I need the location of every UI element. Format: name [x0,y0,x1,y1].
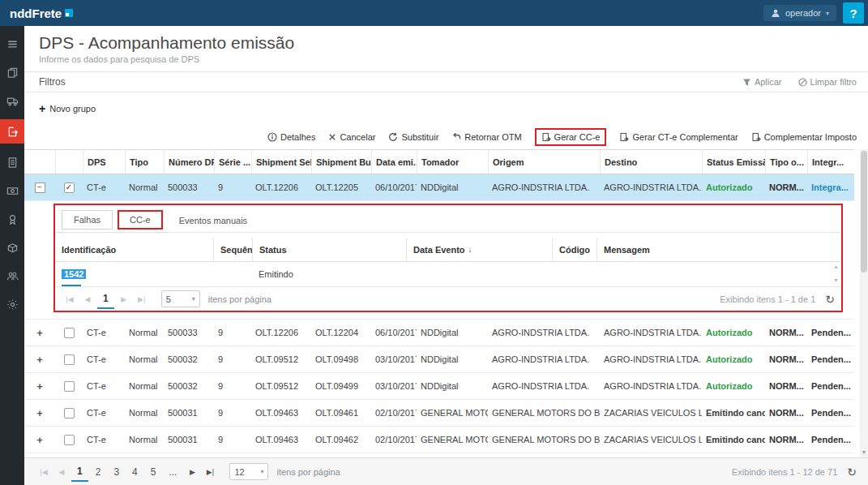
substituir-button[interactable]: Substituir [388,132,438,142]
pager-next-button[interactable]: ▶ [184,468,200,476]
detalhes-button[interactable]: Detalhes [267,132,315,142]
column-header-numero-dps[interactable]: Número DPS [164,150,214,174]
row-expand-button[interactable]: + [24,346,55,372]
row-expand-button[interactable]: + [24,427,55,453]
pager-first-button[interactable]: |◀ [62,295,78,303]
gerar-cte-complementar-button[interactable]: Gerar CT-e Complementar [619,132,738,142]
sidebar-item-dps-emission[interactable] [0,119,24,144]
tab-cce[interactable]: CC-e [118,210,163,230]
cell-status-emissao: Autorizado [702,346,765,372]
column-header-status-emissao[interactable]: Status Emissão [702,150,765,174]
pager-page-5[interactable]: 5 [145,463,162,481]
new-group-button[interactable]: + Novo grupo [24,92,868,125]
pager-first-button[interactable]: |◀ [36,468,52,476]
sidebar-item-settings[interactable] [0,294,24,314]
column-header-integr[interactable]: Integr... [807,150,854,174]
detalhes-label: Detalhes [280,132,315,142]
column-header-codigo[interactable]: Código [552,238,596,261]
column-header-tipo-o[interactable]: Tipo o... [765,150,807,174]
column-header-serie[interactable]: Série ... [214,150,251,174]
sidebar-item-transport[interactable] [0,91,24,110]
sidebar-item-shipping[interactable] [0,238,24,257]
column-header-origem[interactable]: Origem [488,150,600,174]
table-row[interactable]: + CT-e Normal 500032 9 OLT.09512 OLT.094… [24,373,854,400]
pager-page-4[interactable]: 4 [126,463,143,481]
row-checkbox[interactable]: ✓ [55,174,83,200]
detail-table-row[interactable]: 1542 Emitindo [55,262,841,286]
pager-page-1[interactable]: 1 [71,462,88,482]
cell-data-emissao: 03/10/2017 [371,346,417,372]
clear-filter-button[interactable]: Limpar filtro [798,77,857,87]
apply-filter-button[interactable]: Aplicar [742,77,782,87]
retornar-otm-button[interactable]: Retornar OTM [451,132,521,142]
pager-page-2[interactable]: 2 [90,463,107,481]
sidebar-item-certificates[interactable] [0,209,24,229]
pager-page-more[interactable]: ... [163,463,182,481]
column-header-data-emissao[interactable]: Data emi... [371,150,417,174]
row-collapse-button[interactable]: − [24,174,55,200]
sidebar-item-billing[interactable] [0,181,24,200]
sidebar-item-menu[interactable] [0,34,24,54]
column-header-tipo[interactable]: Tipo [125,150,164,174]
row-expand-button[interactable]: + [24,320,55,346]
table-row[interactable]: + CT-e Normal 500033 9 OLT.12206 OLT.122… [24,320,854,346]
table-row[interactable]: + CT-e Normal 500032 9 OLT.09512 OLT.094… [24,346,854,373]
column-header-tomador[interactable]: Tomador [417,150,488,174]
pager-prev-button[interactable]: ◀ [79,295,96,303]
pager-next-button[interactable]: ▶ [116,295,132,303]
sidebar-item-documents[interactable] [0,62,24,82]
row-checkbox[interactable] [55,427,83,453]
detail-scrollbar[interactable]: ▲ ▼ [833,264,839,283]
refresh-icon[interactable]: ↻ [847,466,857,479]
user-menu[interactable]: operador ▾ [763,5,836,21]
cancelar-button[interactable]: Cancelar [328,132,375,142]
pager-page-3[interactable]: 3 [108,463,125,481]
pager-last-button[interactable]: ▶| [134,295,150,303]
row-checkbox[interactable] [55,400,83,426]
row-checkbox[interactable] [55,320,83,346]
cell-data-emissao: 02/10/2017 [371,427,417,453]
grid-header-row: DPS Tipo Número DPS Série ... Shipment S… [24,150,854,174]
grid-scrollbar[interactable]: ▼ [860,149,868,457]
plus-icon: + [36,327,43,339]
cell-sequencia [213,262,252,286]
column-header-mensagem[interactable]: Mensagem [596,238,841,261]
help-button[interactable]: ? [843,2,864,24]
pager-last-button[interactable]: ▶| [202,468,218,476]
scroll-down-icon[interactable]: ▼ [860,448,868,457]
tab-falhas[interactable]: Falhas [62,210,113,230]
document-arrow-icon [541,132,551,142]
row-expand-button[interactable]: + [24,373,55,399]
column-header-shipment-buy[interactable]: Shipment Buy [311,150,371,174]
sidebar-item-users[interactable] [0,266,24,285]
column-header-dps[interactable]: DPS [83,150,125,174]
refresh-icon[interactable]: ↻ [825,293,835,306]
column-header-shipment-sell[interactable]: Shipment Sell [251,150,311,174]
column-header-data-evento[interactable]: Data Evento ↓ [406,238,552,261]
complementar-imposto-button[interactable]: Complementar Imposto [751,132,857,142]
scrollbar-thumb[interactable] [861,151,867,273]
page-size-select[interactable]: 5 ▾ [161,290,200,307]
cell-data-evento [406,262,552,286]
row-checkbox[interactable] [55,373,83,399]
cell-tomador: GENERAL MOTORS... [417,427,488,453]
table-row[interactable]: − ✓ CT-e Normal 500033 9 OLT.12206 OLT.1… [24,174,854,201]
table-row[interactable]: + CT-e Normal 500031 9 OLT.09463 OLT.094… [24,400,854,427]
row-expand-button[interactable]: + [24,400,55,426]
gerar-cce-button[interactable]: Gerar CC-e [535,128,607,146]
column-header-status[interactable]: Status [252,238,406,261]
cell-shipment-buy: OLT.09462 [311,427,371,453]
page-size-select[interactable]: 12 ▾ [229,463,268,480]
column-header-identificacao[interactable]: Identificação [55,238,213,261]
sidebar-item-reports[interactable] [0,152,24,172]
slash-circle-icon [798,78,807,87]
table-row[interactable]: + CT-e Normal 500031 9 OLT.09463 OLT.094… [24,427,854,453]
pager-page-1[interactable]: 1 [97,290,114,309]
pager-prev-button[interactable]: ◀ [53,468,70,476]
column-header-sequencia[interactable]: Sequên... [213,238,252,261]
cell-tomador: NDDigital [417,373,488,399]
tab-eventos-manuais[interactable]: Eventos manuais [168,212,259,230]
row-checkbox[interactable] [55,346,83,372]
column-header-destino[interactable]: Destino [600,150,702,174]
check-icon: ✓ [66,183,72,191]
